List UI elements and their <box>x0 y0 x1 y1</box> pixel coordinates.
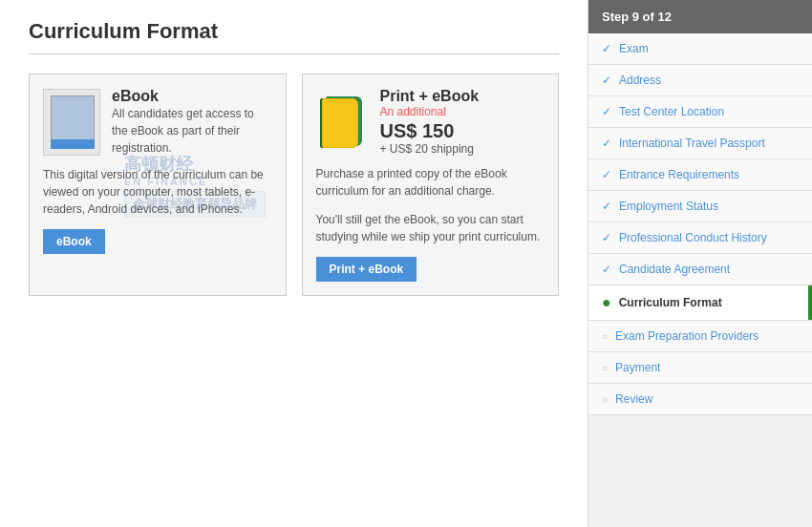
print-additional-label: An additional <box>380 105 480 118</box>
sidebar-item-employment-status[interactable]: ✓ Employment Status <box>588 191 812 222</box>
sidebar-item-label: Candidate Agreement <box>619 263 730 276</box>
sidebar-item-conduct-history[interactable]: ✓ Professional Conduct History <box>588 222 812 254</box>
check-icon: ✓ <box>602 105 611 118</box>
ebook-card: eBook All candidates get access to the e… <box>29 74 287 296</box>
ebook-title: eBook <box>112 88 272 105</box>
print-body1: Purchase a printed copy of the eBook cur… <box>316 165 545 200</box>
sidebar-item-label: Exam Preparation Providers <box>615 329 759 343</box>
print-price: US$ 150 <box>380 120 480 142</box>
check-icon: ✓ <box>602 137 611 150</box>
print-ebook-card: Print + eBook An additional US$ 150 + US… <box>302 74 560 296</box>
sidebar-item-entrance-requirements[interactable]: ✓ Entrance Requirements <box>588 159 812 191</box>
check-icon: ✓ <box>602 200 611 213</box>
sidebar-item-label: Address <box>619 74 661 87</box>
sidebar-items: ✓ Exam ✓ Address ✓ Test Center Location … <box>588 33 812 527</box>
sidebar-item-curriculum-format[interactable]: ● Curriculum Format <box>588 285 812 321</box>
sidebar-item-exam-prep[interactable]: ○ Exam Preparation Providers <box>588 321 812 352</box>
ebook-device-icon <box>43 89 100 156</box>
check-icon: ✓ <box>602 263 611 276</box>
ebook-button[interactable]: eBook <box>43 229 105 254</box>
sidebar-item-label: International Travel Passport <box>619 137 765 150</box>
sidebar: Step 9 of 12 ✓ Exam ✓ Address ✓ Test Cen… <box>588 0 812 527</box>
print-body2: You'll still get the eBook, so you can s… <box>316 211 545 245</box>
sidebar-item-label: Curriculum Format <box>619 296 722 309</box>
ebook-desc: All candidates get access to the eBook a… <box>112 105 272 157</box>
check-icon: ✓ <box>602 231 611 244</box>
sidebar-item-candidate-agreement[interactable]: ✓ Candidate Agreement <box>588 254 812 285</box>
print-book-icon <box>316 91 369 153</box>
print-ebook-button[interactable]: Print + eBook <box>316 257 417 282</box>
ebook-card-header: eBook All candidates get access to the e… <box>43 88 272 157</box>
sidebar-item-review[interactable]: ○ Review <box>588 384 812 415</box>
sidebar-item-label: Employment Status <box>619 200 718 213</box>
bullet-icon: ● <box>602 294 611 311</box>
circle-icon: ○ <box>602 363 608 373</box>
print-card-header: Print + eBook An additional US$ 150 + US… <box>316 88 545 156</box>
curriculum-options: eBook All candidates get access to the e… <box>29 74 559 296</box>
sidebar-item-label: Review <box>615 392 652 406</box>
check-icon: ✓ <box>602 168 611 181</box>
circle-icon: ○ <box>602 331 608 342</box>
sidebar-item-address[interactable]: ✓ Address <box>588 65 812 96</box>
sidebar-header: Step 9 of 12 <box>588 0 812 33</box>
print-title: Print + eBook <box>380 88 480 105</box>
sidebar-item-label: Payment <box>615 361 660 374</box>
sidebar-item-label: Entrance Requirements <box>619 168 739 181</box>
circle-icon: ○ <box>602 394 608 405</box>
check-icon: ✓ <box>602 42 611 55</box>
sidebar-item-label: Exam <box>619 42 649 55</box>
check-icon: ✓ <box>602 74 611 87</box>
sidebar-item-label: Test Center Location <box>619 105 724 118</box>
sidebar-item-exam[interactable]: ✓ Exam <box>588 33 812 65</box>
page-title: Curriculum Format <box>29 19 559 54</box>
ebook-body: This digital version of the curriculum c… <box>43 166 272 218</box>
sidebar-item-travel-passport[interactable]: ✓ International Travel Passport <box>588 128 812 159</box>
sidebar-item-label: Professional Conduct History <box>619 231 767 244</box>
sidebar-item-test-center[interactable]: ✓ Test Center Location <box>588 96 812 128</box>
print-shipping: + US$ 20 shipping <box>380 142 480 156</box>
sidebar-item-payment[interactable]: ○ Payment <box>588 352 812 384</box>
